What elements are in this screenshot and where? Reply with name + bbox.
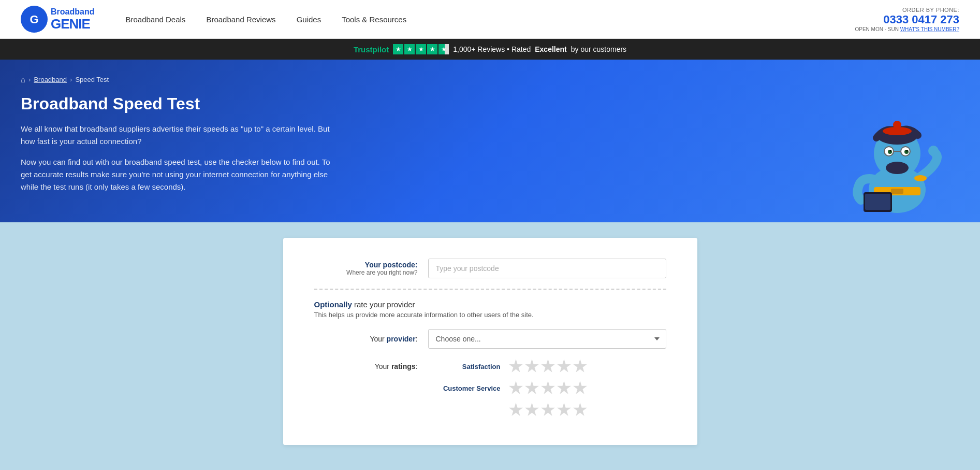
breadcrumb-current: Speed Test	[75, 76, 109, 83]
postcode-label: Your postcode:	[365, 261, 418, 269]
order-by-phone-label: ORDER BY PHONE:	[855, 7, 959, 13]
trustpilot-bar: Trustpilot ★ ★ ★ ★ ★ 1,000+ Reviews • Ra…	[0, 39, 980, 60]
logo-brand: Broadband	[51, 7, 94, 17]
third-star-1[interactable]	[509, 403, 523, 417]
hero-title: Broadband Speed Test	[21, 94, 331, 113]
genie-mascot-icon	[845, 86, 949, 221]
third-star-2[interactable]	[525, 403, 539, 417]
provider-label-group: Your provider:	[314, 335, 418, 343]
customer-service-label: Customer Service	[428, 384, 501, 392]
satisfaction-star-4[interactable]	[557, 359, 572, 374]
hero-section: ⌂ › Broadband › Speed Test Broadband Spe…	[0, 60, 980, 222]
optional-title: Optionally rate your provider	[314, 300, 666, 309]
hero-text: Broadband Speed Test We all know that br…	[21, 94, 331, 222]
provider-row: Your provider: Choose one... BT Sky Virg…	[314, 329, 666, 349]
breadcrumb-arrow-1: ›	[28, 76, 31, 83]
nav-tools-resources[interactable]: Tools & Resources	[342, 15, 406, 24]
optional-subtitle: This helps us provide more accurate info…	[314, 311, 666, 319]
third-rating-stars[interactable]	[509, 403, 588, 417]
customer-service-star-3[interactable]	[541, 381, 555, 395]
main-nav: Broadband Deals Broadband Reviews Guides…	[125, 15, 855, 24]
customer-service-star-5[interactable]	[573, 381, 588, 395]
svg-point-13	[890, 150, 891, 152]
star-1: ★	[393, 44, 403, 54]
nav-broadband-deals[interactable]: Broadband Deals	[125, 15, 185, 24]
postcode-input[interactable]	[428, 259, 666, 278]
phone-number[interactable]: 0333 0417 273	[855, 13, 959, 26]
satisfaction-stars[interactable]	[509, 359, 588, 374]
third-star-4[interactable]	[557, 403, 572, 417]
satisfaction-rating-item: Satisfaction	[428, 359, 666, 374]
customer-service-star-2[interactable]	[525, 381, 539, 395]
satisfaction-label: Satisfaction	[428, 363, 501, 371]
third-star-3[interactable]	[541, 403, 555, 417]
postcode-input-wrapper	[428, 259, 666, 278]
satisfaction-star-2[interactable]	[525, 359, 539, 374]
ratings-row: Your ratings: Satisfaction Custo	[314, 359, 666, 424]
trustpilot-stars: ★ ★ ★ ★ ★	[393, 44, 449, 54]
form-card: Your postcode: Where are you right now? …	[283, 238, 697, 445]
provider-select-wrapper: Choose one... BT Sky Virgin Media TalkTa…	[428, 329, 666, 349]
hero-para-1: We all know that broadband suppliers adv…	[21, 123, 331, 148]
svg-text:G: G	[30, 13, 38, 26]
logo-icon: G	[21, 4, 48, 35]
trustpilot-suffix: by our customers	[571, 45, 626, 53]
postcode-label-group: Your postcode: Where are you right now?	[314, 261, 418, 276]
hero-para-2: Now you can find out with our broadband …	[21, 156, 331, 193]
star-4: ★	[427, 44, 437, 54]
trustpilot-logo: Trustpilot	[354, 45, 389, 54]
svg-point-14	[906, 150, 908, 152]
third-star-5[interactable]	[573, 403, 588, 417]
star-5-half: ★	[438, 44, 449, 54]
whats-this-number-link[interactable]: WHAT'S THIS NUMBER?	[900, 26, 959, 32]
nav-guides[interactable]: Guides	[297, 15, 321, 24]
customer-service-star-1[interactable]	[509, 381, 523, 395]
customer-service-star-4[interactable]	[557, 381, 572, 395]
svg-point-22	[914, 175, 927, 181]
satisfaction-star-1[interactable]	[509, 359, 523, 374]
open-hours: OPEN MON - SUN WHAT'S THIS NUMBER?	[855, 26, 959, 32]
svg-point-19	[928, 146, 939, 156]
breadcrumb-arrow-2: ›	[70, 76, 72, 83]
mascot-container	[845, 86, 949, 222]
star-3: ★	[416, 44, 426, 54]
ratings-label-group: Your ratings:	[314, 359, 418, 371]
form-divider	[314, 289, 666, 290]
svg-point-8	[893, 121, 901, 129]
ratings-label: Your ratings:	[375, 362, 418, 371]
trustpilot-excellent: Excellent	[535, 45, 566, 53]
trustpilot-review-text: 1,000+ Reviews • Rated	[453, 45, 531, 53]
provider-label: Your provider:	[370, 335, 417, 343]
postcode-row: Your postcode: Where are you right now?	[314, 259, 666, 278]
satisfaction-star-5[interactable]	[573, 359, 588, 374]
ratings-content: Satisfaction Customer Service	[428, 359, 666, 424]
header-phone: ORDER BY PHONE: 0333 0417 273 OPEN MON -…	[855, 7, 959, 32]
optional-section: Optionally rate your provider This helps…	[314, 300, 666, 319]
logo-name: GENIE	[51, 17, 94, 32]
hero-content: Broadband Speed Test We all know that br…	[21, 94, 959, 222]
third-rating-item	[428, 403, 666, 417]
breadcrumb: ⌂ › Broadband › Speed Test	[21, 75, 959, 84]
nav-broadband-reviews[interactable]: Broadband Reviews	[206, 15, 275, 24]
customer-service-rating-item: Customer Service	[428, 381, 666, 395]
logo-link[interactable]: G Broadband GENIE	[21, 4, 94, 35]
satisfaction-star-3[interactable]	[541, 359, 555, 374]
customer-service-stars[interactable]	[509, 381, 588, 395]
site-header: G Broadband GENIE Broadband Deals Broadb…	[0, 0, 980, 39]
svg-rect-4	[891, 189, 903, 194]
provider-select[interactable]: Choose one... BT Sky Virgin Media TalkTa…	[428, 329, 666, 349]
breadcrumb-broadband-link[interactable]: Broadband	[34, 76, 67, 83]
svg-rect-21	[865, 194, 890, 210]
star-2: ★	[404, 44, 415, 54]
main-content: Your postcode: Where are you right now? …	[0, 222, 980, 461]
postcode-sublabel: Where are you right now?	[314, 269, 418, 276]
home-icon[interactable]: ⌂	[21, 75, 25, 84]
